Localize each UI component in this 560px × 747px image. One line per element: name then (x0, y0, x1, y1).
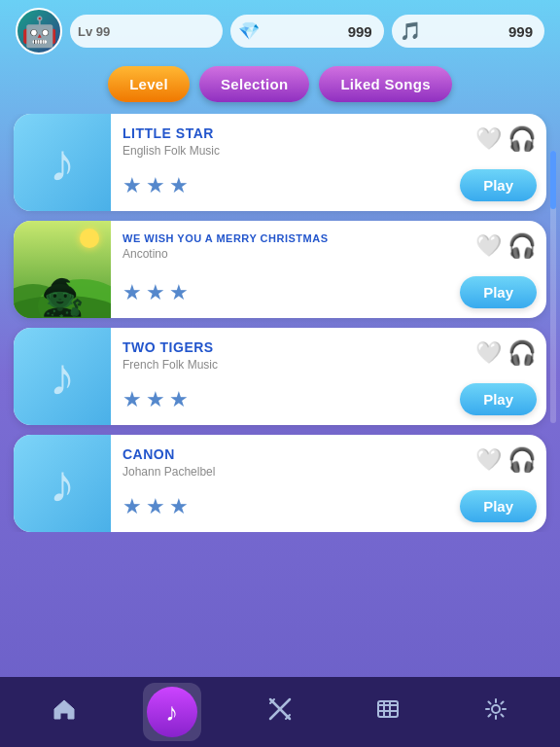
heart-icon[interactable]: 🤍 (475, 340, 502, 366)
song-top: LITTLE STAR English Folk Music 🤍 🎧 (122, 125, 537, 158)
svg-point-12 (492, 705, 500, 713)
heart-icon[interactable]: 🤍 (475, 233, 502, 259)
song-title-block: LITTLE STAR English Folk Music (122, 125, 220, 158)
headphone-icon[interactable]: 🎧 (508, 339, 537, 367)
header: 🤖 Lv 99 💎 999 🎵 999 (0, 0, 560, 62)
song-card-canon: ♪ CANON Johann Pachelbel 🤍 🎧 ★ ★ ★ (14, 435, 546, 532)
stars: ★ ★ ★ (122, 387, 189, 412)
song-title: WE WISH YOU A MERRY CHRISTMAS (122, 232, 329, 245)
headphone-icon[interactable]: 🎧 (508, 232, 537, 260)
song-actions: 🤍 🎧 (475, 125, 537, 153)
gem-value: 999 (348, 23, 372, 40)
nav-settings[interactable] (467, 683, 525, 741)
nav-shop[interactable] (359, 683, 417, 741)
note-icon: 🎵 (400, 20, 421, 42)
christmas-silhouette: 🧙 (41, 277, 85, 318)
star-3: ★ (169, 280, 189, 305)
play-button-we-wish[interactable]: Play (460, 276, 537, 308)
stars: ★ ★ ★ (122, 173, 189, 198)
stars: ★ ★ ★ (122, 494, 189, 519)
song-top: CANON Johann Pachelbel 🤍 🎧 (122, 446, 537, 479)
avatar[interactable]: 🤖 (16, 8, 62, 54)
header-stats: Lv 99 💎 999 🎵 999 (70, 15, 544, 48)
song-title-block: TWO TIGERS French Folk Music (122, 339, 218, 372)
song-info-little-star: LITTLE STAR English Folk Music 🤍 🎧 ★ ★ ★… (111, 114, 546, 211)
headphone-icon[interactable]: 🎧 (508, 446, 537, 474)
song-title: TWO TIGERS (122, 339, 218, 356)
nav-music[interactable]: ♪ (143, 683, 201, 741)
swords-icon (266, 695, 294, 729)
star-3: ★ (169, 494, 189, 519)
song-title: CANON (122, 446, 215, 463)
song-thumb-little-star: ♪ (14, 114, 111, 211)
star-2: ★ (146, 494, 165, 519)
home-icon (51, 695, 78, 729)
music-note-icon: ♪ (50, 132, 76, 193)
scrollbar[interactable] (550, 151, 556, 423)
star-2: ★ (146, 387, 165, 412)
headphone-icon[interactable]: 🎧 (508, 125, 537, 153)
svg-rect-7 (378, 701, 398, 717)
song-list: ♪ LITTLE STAR English Folk Music 🤍 🎧 ★ ★… (0, 114, 560, 532)
song-thumb-two-tigers: ♪ (14, 328, 111, 425)
heart-icon[interactable]: 🤍 (475, 126, 502, 152)
song-bottom: ★ ★ ★ Play (122, 276, 537, 308)
song-card-little-star: ♪ LITTLE STAR English Folk Music 🤍 🎧 ★ ★… (14, 114, 546, 211)
song-artist: French Folk Music (122, 358, 218, 372)
star-3: ★ (169, 387, 189, 412)
note-value: 999 (508, 23, 533, 40)
song-actions: 🤍 🎧 (475, 232, 537, 260)
music-note-icon: ♪ (50, 453, 76, 514)
music-note-icon: ♪ (50, 346, 76, 407)
level-label: Lv 99 (78, 24, 110, 39)
song-info-canon: CANON Johann Pachelbel 🤍 🎧 ★ ★ ★ Play (111, 435, 546, 532)
song-title-block: CANON Johann Pachelbel (122, 446, 215, 479)
star-2: ★ (146, 173, 165, 198)
play-button-two-tigers[interactable]: Play (460, 383, 537, 415)
song-actions: 🤍 🎧 (475, 339, 537, 367)
star-1: ★ (122, 387, 142, 412)
song-info-we-wish: WE WISH YOU A MERRY CHRISTMAS Ancotino 🤍… (111, 221, 546, 318)
tabs: Level Selection Liked Songs (0, 66, 560, 102)
cart-icon (374, 695, 402, 729)
star-2: ★ (146, 280, 165, 305)
song-bottom: ★ ★ ★ Play (122, 490, 537, 522)
scroll-thumb (550, 151, 556, 209)
song-card-we-wish: 🧙 WE WISH YOU A MERRY CHRISTMAS Ancotino… (14, 221, 546, 318)
play-button-little-star[interactable]: Play (460, 169, 537, 201)
tab-level[interactable]: Level (108, 66, 190, 102)
gem-icon: 💎 (238, 20, 260, 42)
bottom-nav: ♪ (0, 677, 560, 747)
star-1: ★ (122, 173, 142, 198)
song-artist: English Folk Music (122, 144, 220, 158)
song-actions: 🤍 🎧 (475, 446, 537, 474)
star-1: ★ (122, 280, 142, 305)
nav-battle[interactable] (251, 683, 309, 741)
song-title: LITTLE STAR (122, 125, 220, 142)
music-icon: ♪ (165, 697, 178, 728)
song-thumb-we-wish: 🧙 (14, 221, 111, 318)
song-top: WE WISH YOU A MERRY CHRISTMAS Ancotino 🤍… (122, 232, 537, 261)
song-top: TWO TIGERS French Folk Music 🤍 🎧 (122, 339, 537, 372)
tab-selection[interactable]: Selection (199, 66, 309, 102)
note-bar: 🎵 999 (392, 15, 544, 48)
level-bar: Lv 99 (70, 15, 223, 48)
song-artist: Johann Pachelbel (122, 465, 215, 479)
music-active-bg: ♪ (147, 687, 197, 737)
song-title-block: WE WISH YOU A MERRY CHRISTMAS Ancotino (122, 232, 329, 261)
heart-icon[interactable]: 🤍 (475, 447, 502, 473)
play-button-canon[interactable]: Play (460, 490, 537, 522)
nav-home[interactable] (35, 683, 93, 741)
star-1: ★ (122, 494, 142, 519)
tab-liked[interactable]: Liked Songs (319, 66, 451, 102)
gem-bar: 💎 999 (230, 15, 383, 48)
song-artist: Ancotino (122, 247, 329, 261)
song-bottom: ★ ★ ★ Play (122, 169, 537, 201)
star-3: ★ (169, 173, 189, 198)
song-bottom: ★ ★ ★ Play (122, 383, 537, 415)
stars: ★ ★ ★ (122, 280, 189, 305)
gear-icon (482, 695, 509, 729)
song-card-two-tigers: ♪ TWO TIGERS French Folk Music 🤍 🎧 ★ ★ ★ (14, 328, 546, 425)
song-info-two-tigers: TWO TIGERS French Folk Music 🤍 🎧 ★ ★ ★ P… (111, 328, 546, 425)
song-thumb-canon: ♪ (14, 435, 111, 532)
